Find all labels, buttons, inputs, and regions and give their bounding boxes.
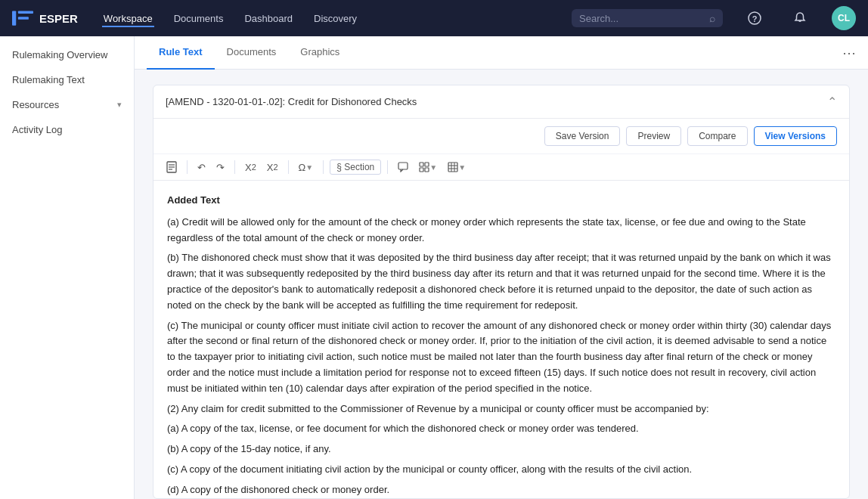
app-logo[interactable]: ESPER [12,11,78,26]
chevron-down-icon: ▾ [117,100,122,110]
paragraph-2b: (b) A copy of the 15-day notice, if any. [167,442,835,457]
toolbar-separator-1 [187,160,188,174]
search-icon[interactable]: ⌕ [709,12,715,24]
svg-rect-13 [425,168,429,172]
tab-bar: Rule Text Documents Graphics ⋯ [135,36,868,70]
sidebar-label-resources: Resources [12,99,59,110]
help-icon: ? [748,11,761,25]
svg-rect-2 [18,17,29,20]
esper-logo-icon [12,11,33,26]
comment-icon [398,162,408,172]
compare-button[interactable]: Compare [687,126,747,146]
paragraph-c: (c) The municipal or county officer must… [167,318,835,397]
app-name: ESPER [39,12,78,25]
superscript-button[interactable]: X2 [263,160,282,175]
view-versions-button[interactable]: View Versions [754,126,838,146]
svg-rect-10 [420,163,423,166]
tab-graphics[interactable]: Graphics [288,36,352,70]
toolbar-separator-2 [234,160,235,174]
bell-icon [793,11,807,25]
svg-rect-11 [425,163,429,166]
paragraph-b: (b) The dishonored check must show that … [167,250,835,313]
undo-button[interactable]: ↶ [194,160,209,175]
svg-rect-12 [420,168,423,172]
nav-documents[interactable]: Documents [172,10,225,27]
toolbar-separator-3 [288,160,289,174]
document-icon [166,161,177,173]
toolbar-separator-4 [323,160,324,174]
sidebar: Rulemaking Overview Rulemaking Text Reso… [0,36,135,499]
tab-more-button[interactable]: ⋯ [842,45,856,61]
tab-documents[interactable]: Documents [215,36,289,70]
svg-rect-14 [448,163,457,172]
subscript-button[interactable]: X2 [241,160,260,175]
sidebar-item-rulemaking-overview[interactable]: Rulemaking Overview [0,42,134,67]
sidebar-item-rulemaking-text[interactable]: Rulemaking Text [0,67,134,92]
redo-button[interactable]: ↷ [212,160,228,175]
nav-discovery[interactable]: Discovery [312,10,358,27]
nav-workspace[interactable]: Workspace [102,10,154,27]
version-toolbar: Save Version Preview Compare View Versio… [153,119,849,154]
collapse-button[interactable]: ⌃ [827,95,837,109]
paragraph-2a: (a) A copy of the tax, license, or fee d… [167,421,835,437]
document-card: [AMEND - 1320-01-01-.02]: Credit for Dis… [153,85,850,499]
document-text-area: Added Text (a) Credit will be allowed on… [153,181,849,498]
sidebar-label-rulemaking-overview: Rulemaking Overview [12,49,107,60]
doc-format-button[interactable] [163,159,181,175]
format-icon [419,162,429,172]
paragraph-a: (a) Credit will be allowed only for the … [167,215,835,246]
document-title: [AMEND - 1320-01-01-.02]: Credit for Dis… [166,96,827,107]
svg-text:?: ? [752,14,758,23]
table-button[interactable]: ▼ [444,160,470,175]
content-area: Rule Text Documents Graphics ⋯ [AMEND - … [135,36,868,499]
special-chars-button[interactable]: Ω ▼ [295,160,318,175]
document-outer: [AMEND - 1320-01-01-.02]: Credit for Dis… [135,70,868,499]
search-bar[interactable]: ⌕ [572,9,723,27]
comment-button[interactable] [394,160,412,175]
save-version-button[interactable]: Save Version [544,126,621,146]
nav-dashboard[interactable]: Dashboard [243,10,294,27]
table-icon [448,162,458,172]
sidebar-label-activity-log: Activity Log [12,124,62,135]
toolbar-separator-5 [387,160,388,174]
help-button[interactable]: ? [741,5,768,32]
svg-rect-1 [18,11,33,14]
notifications-button[interactable] [786,5,814,32]
user-avatar[interactable]: CL [832,6,856,30]
paragraph-2: (2) Any claim for credit submitted to th… [167,401,835,417]
svg-rect-9 [398,163,408,169]
editor-toolbar: ↶ ↷ X2 X2 Ω ▼ [153,154,849,181]
added-text-label: Added Text [167,193,835,209]
document-card-header: [AMEND - 1320-01-01-.02]: Credit for Dis… [153,85,849,119]
search-input[interactable] [579,13,705,24]
paragraph-2c: (c) A copy of the document initiating ci… [167,462,835,478]
sidebar-item-resources[interactable]: Resources ▾ [0,92,134,117]
top-navigation: ESPER Workspace Documents Dashboard Disc… [0,0,868,36]
format-button[interactable]: ▼ [415,160,441,175]
sidebar-item-activity-log[interactable]: Activity Log [0,117,134,142]
sidebar-label-rulemaking-text: Rulemaking Text [12,74,85,85]
paragraph-2d: (d) A copy of the dishonored check or mo… [167,482,835,498]
tab-rule-text[interactable]: Rule Text [147,36,215,70]
section-button[interactable]: § Section [330,160,381,175]
svg-rect-0 [12,11,16,25]
preview-button[interactable]: Preview [626,126,681,146]
